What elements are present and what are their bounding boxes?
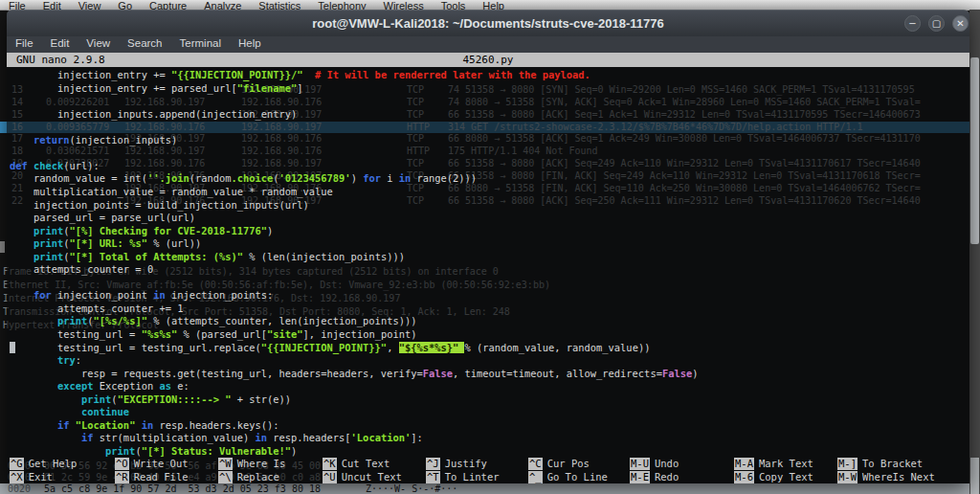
terminal-menubar: FileEditViewSearchTerminalHelp [7, 36, 969, 53]
shortcut-key: ^_ [528, 471, 543, 483]
nano-shortcut-whereis-next[interactable]: M-WWhereIs Next [837, 471, 935, 483]
code-line-7 [10, 146, 967, 160]
shortcut-key: ^G [10, 458, 24, 470]
code-token: parsed_url = parse_url(url) [10, 212, 195, 223]
nano-shortcut-row-1: ^GGet Help^OWrite Out^WWhere Is^KCut Tex… [7, 458, 969, 471]
code-token: check [33, 160, 63, 171]
wireshark-scrollbar[interactable] [969, 10, 980, 494]
nano-shortcut-cur-pos[interactable]: ^CCur Pos [528, 458, 590, 470]
code-line-3 [10, 95, 967, 108]
code-token: ) [351, 172, 364, 184]
terminal-menu-help[interactable]: Help [230, 37, 270, 49]
code-line-6: return(injection_inputs) [10, 134, 967, 147]
shortcut-label: Replace [237, 471, 279, 483]
code-token [10, 134, 33, 146]
code-token: try [57, 354, 76, 366]
code-line-24: resp = requests.get(testing_url, headers… [10, 368, 967, 381]
terminal-menu-search[interactable]: Search [119, 37, 170, 49]
code-token [10, 225, 33, 236]
hex-row-0020[interactable]: 00205a c5 c8 9e 1f 90 57 2d 53 d3 2d 05 … [0, 483, 969, 494]
code-token: 'Location' [351, 432, 412, 443]
code-token: print [81, 393, 111, 405]
shortcut-key: ^X [10, 471, 24, 483]
terminal-menu-file[interactable]: File [7, 37, 42, 49]
shortcut-label: Where Is [237, 458, 286, 469]
code-token: "{{INJECTION_POINT}}/" [171, 69, 303, 80]
code-line-11: injection_points = build_injection_input… [10, 199, 967, 213]
code-token: "[%s/%s]" [94, 315, 147, 326]
terminal-menu-view[interactable]: View [78, 37, 119, 49]
nano-shortcut-go-to-line[interactable]: ^_Go To Line [528, 471, 608, 483]
code-line-4: injection_inputs.append(injection_entry) [10, 108, 967, 122]
code-token: resp.headers.keys(): [153, 419, 278, 431]
shortcut-label: Get Help [29, 458, 78, 469]
nano-shortcut-justify[interactable]: ^JJustify [426, 458, 487, 470]
maximize-icon[interactable]: ▢ [928, 15, 945, 32]
code-line-26: print("EXCEPTION::::--> " + str(e)) [10, 393, 967, 407]
code-token [10, 393, 81, 405]
code-token: in [256, 432, 268, 443]
code-token: range(2))) [411, 172, 477, 184]
terminal-menu-edit[interactable]: Edit [42, 37, 78, 49]
nano-shortcut-where-is[interactable]: ^WWhere Is [218, 458, 285, 470]
code-line-30: print("[*] Status: Vulnerable!") [10, 445, 967, 459]
code-token: % (parsed_url[ [177, 328, 267, 340]
code-token [10, 354, 57, 366]
minimize-icon[interactable]: − [904, 15, 921, 32]
nano-shortcut-uncut-text[interactable]: ^UUncut Text [323, 471, 402, 483]
code-token: print [57, 315, 87, 326]
nano-shortcut-exit[interactable]: ^XExit [10, 471, 53, 483]
code-token: random_value = int( [10, 172, 147, 184]
terminal-content[interactable]: GNU nano 2.9.8 45260.py injection_entry … [7, 53, 969, 483]
code-token: (injection_inputs) [70, 134, 178, 146]
code-token: resp = requests.get(testing_url, headers… [10, 368, 423, 379]
code-token: return [33, 134, 70, 146]
hex-offset: 0020 [8, 483, 31, 494]
nano-shortcut-to-bracket[interactable]: M-]To Bracket [837, 458, 923, 470]
nano-shortcut-write-out[interactable]: ^OWrite Out [115, 458, 189, 470]
shortcut-key: M-E [630, 471, 650, 483]
code-line-17 [10, 277, 967, 290]
code-token: multiplication_value = random_value * ra… [10, 186, 333, 197]
nano-shortcut-redo[interactable]: M-ERedo [630, 471, 679, 483]
code-token: % (len(injection_points))) [243, 251, 405, 262]
code-token: injection_entry += [10, 69, 171, 80]
nano-shortcut-read-file[interactable]: ^RRead File [115, 471, 189, 483]
terminal-title: root@VMW-L-Kali2018: ~/Documents/struts-… [7, 16, 969, 31]
nano-shortcut-copy-text[interactable]: M-6Copy Text [734, 471, 813, 483]
code-token: i [381, 172, 399, 184]
scrollbar-thumb[interactable] [970, 57, 979, 244]
shortcut-label: Redo [655, 471, 679, 483]
terminal-menu-terminal[interactable]: Terminal [171, 37, 230, 49]
code-token: if [57, 419, 70, 431]
nano-shortcut-get-help[interactable]: ^GGet Help [10, 458, 77, 470]
code-token [10, 380, 57, 392]
code-token: print [33, 237, 63, 249]
code-token [10, 289, 33, 301]
shortcut-label: Cut Text [342, 458, 390, 469]
code-token: .join [159, 172, 189, 184]
terminal-window: root@VMW-L-Kali2018: ~/Documents/struts-… [7, 10, 969, 483]
code-token: ] [297, 82, 302, 94]
code-line-13: print("[%] Checking for CVE-2018-11776") [10, 225, 967, 238]
nano-shortcut-undo[interactable]: M-UUndo [630, 458, 679, 470]
code-token [303, 69, 316, 80]
code-token: : [76, 354, 81, 366]
code-line-1: injection_entry += "{{INJECTION_POINT}}/… [10, 69, 967, 82]
code-token: for [363, 172, 381, 184]
code-token: in [399, 172, 412, 184]
code-line-16: attempts_counter = 0 [10, 263, 967, 277]
code-token: "[%] Checking for CVE-2018-11776" [70, 225, 267, 236]
code-token: def [10, 160, 28, 171]
terminal-titlebar[interactable]: root@VMW-L-Kali2018: ~/Documents/struts-… [7, 10, 969, 36]
close-icon[interactable]: ✕ [952, 15, 969, 32]
nano-shortcut-replace[interactable]: ^\Replace [218, 471, 279, 483]
nano-shortcut-to-linter[interactable]: ^TTo Linter [426, 471, 500, 483]
code-token: in [153, 289, 166, 301]
code-token: ) [267, 225, 273, 236]
code-token: injection_points = build_injection_input… [10, 199, 309, 211]
nano-shortcut-mark-text[interactable]: M-AMark Text [734, 458, 813, 470]
code-line-19: attempts_counter += 1 [10, 303, 967, 316]
code-token: ]: [411, 432, 423, 443]
nano-shortcut-cut-text[interactable]: ^KCut Text [323, 458, 390, 470]
